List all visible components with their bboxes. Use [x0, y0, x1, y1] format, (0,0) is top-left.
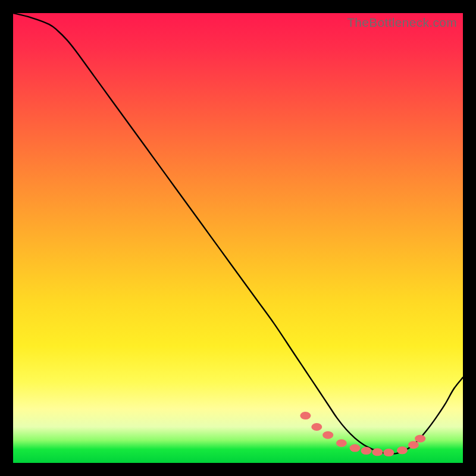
- flat-region-markers: [300, 412, 425, 456]
- curve-marker: [397, 446, 408, 454]
- curve-marker: [361, 447, 371, 455]
- plot-area: TheBottleneck.com: [13, 13, 463, 463]
- bottleneck-curve: [13, 13, 463, 454]
- curve-marker: [408, 441, 419, 449]
- curve-marker: [372, 448, 383, 456]
- curve-marker: [322, 431, 333, 439]
- curve-marker: [300, 412, 311, 419]
- curve-marker: [336, 439, 347, 447]
- curve-marker: [415, 435, 425, 443]
- curve-marker: [311, 423, 322, 431]
- curve-layer: [13, 13, 463, 463]
- chart-stage: TheBottleneck.com: [0, 0, 476, 476]
- curve-marker: [350, 444, 361, 452]
- curve-marker: [383, 449, 394, 456]
